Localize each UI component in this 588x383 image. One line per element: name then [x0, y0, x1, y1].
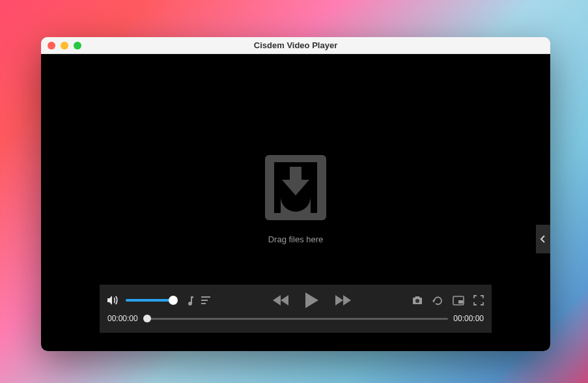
- play-button[interactable]: [304, 291, 320, 309]
- close-window-button[interactable]: [48, 42, 55, 50]
- rewind-button[interactable]: [273, 294, 290, 307]
- svg-rect-4: [201, 303, 206, 304]
- svg-point-5: [415, 299, 419, 303]
- current-time: 00:00:00: [107, 314, 138, 323]
- playlist-button[interactable]: [201, 296, 212, 305]
- minimize-window-button[interactable]: [61, 42, 68, 50]
- video-surface[interactable]: Drag files here: [41, 54, 550, 351]
- loop-button[interactable]: [432, 295, 443, 306]
- volume-slider[interactable]: [126, 299, 174, 302]
- side-panel-toggle[interactable]: [536, 225, 550, 253]
- svg-rect-3: [201, 300, 208, 301]
- drop-zone-label: Drag files here: [268, 234, 324, 244]
- svg-rect-7: [458, 300, 463, 304]
- audio-track-button[interactable]: [184, 295, 195, 305]
- seek-thumb[interactable]: [143, 315, 151, 322]
- titlebar: Cisdem Video Player: [41, 37, 550, 54]
- fullscreen-button[interactable]: [473, 295, 484, 305]
- volume-thumb[interactable]: [169, 296, 178, 305]
- volume-icon[interactable]: [107, 295, 119, 305]
- pip-button[interactable]: [453, 296, 464, 305]
- download-tray-icon: [265, 155, 326, 220]
- zoom-window-button[interactable]: [74, 42, 81, 50]
- app-window: Cisdem Video Player Drag files here: [41, 37, 550, 351]
- drop-zone[interactable]: Drag files here: [265, 155, 326, 244]
- svg-rect-2: [201, 296, 210, 298]
- chevron-left-icon: [540, 234, 546, 244]
- window-title: Cisdem Video Player: [41, 40, 550, 50]
- total-time: 00:00:00: [453, 314, 484, 323]
- playback-controls: 00:00:00 00:00:00: [100, 285, 492, 333]
- window-controls: [48, 42, 81, 50]
- seek-slider[interactable]: [143, 318, 449, 320]
- snapshot-button[interactable]: [412, 296, 423, 305]
- fast-forward-button[interactable]: [334, 294, 351, 307]
